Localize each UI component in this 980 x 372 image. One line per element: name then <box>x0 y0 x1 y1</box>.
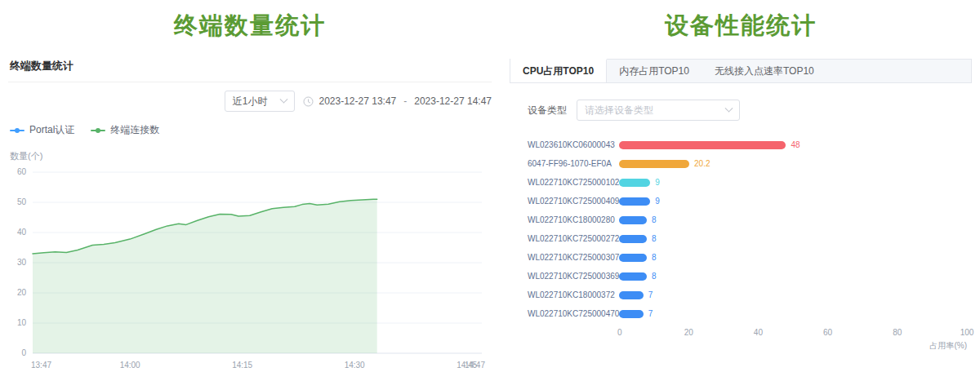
bar-fill <box>619 291 644 299</box>
tab-无线接入点速率TOP10[interactable]: 无线接入点速率TOP10 <box>702 60 827 82</box>
y-axis-title: 数量(个) <box>10 150 492 162</box>
device-name-label: WL022710KC18000372 <box>528 290 619 299</box>
chart-legend: Portal认证终端连接数 <box>10 123 492 137</box>
device-type-filter: 设备类型 请选择设备类型 <box>528 100 972 121</box>
bar-row: WL023610KC0600004348 <box>528 135 967 154</box>
bar-row: WL022710KC7250004707 <box>528 304 967 323</box>
svg-text:20: 20 <box>17 288 27 297</box>
bar-value-label: 7 <box>648 291 653 299</box>
x-axis-tick: 80 <box>893 328 902 337</box>
device-name-label: WL022710KC725000369 <box>528 272 619 281</box>
legend-item[interactable]: Portal认证 <box>10 123 74 137</box>
bar-fill <box>619 160 689 168</box>
terminal-chart-card: 终端数量统计 近1小时 2023-12-27 13:47 - 2023-12-2… <box>8 59 492 372</box>
date-range-picker[interactable]: 2023-12-27 13:47 - 2023-12-27 14:47 <box>303 95 492 107</box>
bar-row: WL022710KC180003727 <box>528 286 967 304</box>
svg-text:13:47: 13:47 <box>31 361 51 370</box>
bar-value-label: 8 <box>652 254 657 262</box>
bar-chart-x-axis: 020406080100 <box>528 328 967 339</box>
bar-track: 8 <box>619 272 967 281</box>
chart-controls: 近1小时 2023-12-27 13:47 - 2023-12-27 14:47 <box>8 91 492 112</box>
svg-text:14:15: 14:15 <box>232 361 252 370</box>
bar-fill <box>619 179 650 187</box>
time-range-select[interactable]: 近1小时 <box>225 91 295 112</box>
device-name-label: WL022710KC725000470 <box>528 309 619 318</box>
date-separator: - <box>402 95 408 107</box>
bar-fill <box>619 272 647 281</box>
bar-track: 9 <box>619 197 967 206</box>
monitoring-dashboard: 终端数量统计 终端数量统计 近1小时 2023-12-27 13:47 - 20… <box>0 0 980 372</box>
chevron-down-icon <box>279 95 287 103</box>
legend-marker-icon <box>10 127 24 134</box>
bar-track: 7 <box>619 310 967 318</box>
clock-icon <box>303 96 314 107</box>
x-axis-tick: 40 <box>754 328 763 337</box>
bar-value-label: 8 <box>652 216 657 224</box>
bar-value-label: 8 <box>652 272 657 281</box>
tab-内存占用TOP10[interactable]: 内存占用TOP10 <box>607 60 702 82</box>
bar-track: 20.2 <box>619 160 967 168</box>
bar-fill <box>619 216 647 224</box>
bar-value-label: 9 <box>655 197 660 206</box>
svg-text:14:00: 14:00 <box>120 361 140 370</box>
svg-text:0: 0 <box>21 348 26 357</box>
device-name-label: WL022710KC725000272 <box>528 234 619 243</box>
device-name-label: WL022710KC725000102 <box>528 178 619 187</box>
bar-fill <box>619 310 644 318</box>
bar-value-label: 20.2 <box>694 160 710 168</box>
x-axis-tick: 100 <box>960 328 974 337</box>
terminal-stats-panel: 终端数量统计 终端数量统计 近1小时 2023-12-27 13:47 - 20… <box>0 0 500 372</box>
bar-value-label: 7 <box>648 310 653 318</box>
performance-tabs: CPU占用TOP10内存占用TOP10无线接入点速率TOP10 <box>510 59 972 83</box>
svg-text:50: 50 <box>17 197 27 206</box>
device-performance-panel: 设备性能统计 CPU占用TOP10内存占用TOP10无线接入点速率TOP10 设… <box>500 0 980 372</box>
bar-track: 48 <box>619 141 967 149</box>
bar-row: WL022710KC7250004099 <box>528 192 967 210</box>
date-end: 2023-12-27 14:47 <box>414 95 492 107</box>
bar-value-label: 9 <box>655 179 660 187</box>
chevron-down-icon <box>725 104 733 112</box>
x-axis-tick: 20 <box>684 328 693 337</box>
device-name-label: WL023610KC06000043 <box>528 140 619 149</box>
bar-track: 8 <box>619 254 967 262</box>
svg-text:30: 30 <box>17 258 27 267</box>
legend-label: Portal认证 <box>29 123 74 137</box>
device-name-label: 6047-FF96-1070-EF0A <box>528 159 619 168</box>
svg-text:60: 60 <box>17 167 27 176</box>
device-type-placeholder: 请选择设备类型 <box>585 104 653 117</box>
svg-text:14:47: 14:47 <box>465 361 485 370</box>
device-name-label: WL022710KC18000280 <box>528 215 619 224</box>
legend-marker-icon <box>91 127 105 134</box>
bar-row: WL022710KC180002808 <box>528 210 967 229</box>
bar-fill <box>619 141 786 149</box>
bar-fill <box>619 254 647 262</box>
date-start: 2023-12-27 13:47 <box>319 95 397 107</box>
legend-item[interactable]: 终端连接数 <box>91 123 159 137</box>
svg-text:10: 10 <box>17 318 27 327</box>
bar-fill <box>619 197 650 206</box>
bar-track: 7 <box>619 291 967 299</box>
x-axis-tick: 0 <box>617 328 622 337</box>
tab-CPU占用TOP10[interactable]: CPU占用TOP10 <box>510 59 607 82</box>
bar-track: 8 <box>619 216 967 224</box>
bar-row: WL022710KC7250003078 <box>528 248 967 267</box>
bar-row: WL022710KC7250002728 <box>528 229 967 248</box>
device-type-label: 设备类型 <box>528 104 567 117</box>
bar-fill <box>619 235 647 243</box>
bar-row: WL022710KC7250003698 <box>528 267 967 286</box>
svg-text:14:30: 14:30 <box>345 361 365 370</box>
card-title-divider <box>8 82 492 82</box>
device-type-select[interactable]: 请选择设备类型 <box>577 100 740 121</box>
bar-row: 6047-FF96-1070-EF0A20.2 <box>528 154 967 173</box>
device-name-label: WL022710KC725000409 <box>528 197 619 206</box>
terminal-stats-heading: 终端数量统计 <box>8 10 492 42</box>
bar-track: 9 <box>619 179 967 187</box>
device-performance-heading: 设备性能统计 <box>510 10 972 42</box>
legend-label: 终端连接数 <box>110 123 159 137</box>
bar-value-label: 48 <box>791 141 800 149</box>
terminal-line-chart: 010203040506013:4714:0014:1514:3014:4514… <box>8 166 488 372</box>
x-axis-title: 占用率(%) <box>619 340 967 352</box>
x-axis-tick: 60 <box>823 328 832 337</box>
terminal-card-title: 终端数量统计 <box>10 59 492 73</box>
bar-track: 8 <box>619 235 967 243</box>
